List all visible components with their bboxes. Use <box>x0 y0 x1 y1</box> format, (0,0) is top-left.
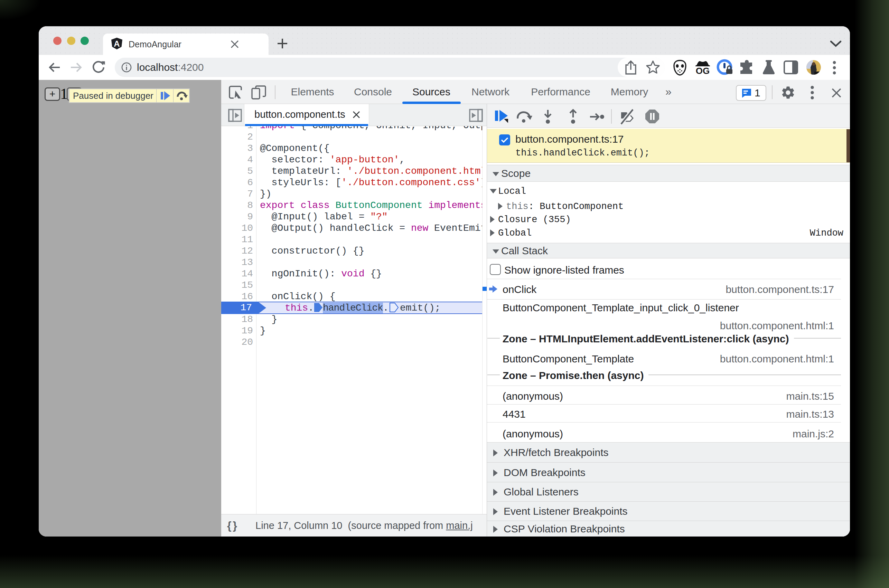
svg-text:A: A <box>114 39 120 48</box>
svg-text:OG: OG <box>696 66 710 76</box>
